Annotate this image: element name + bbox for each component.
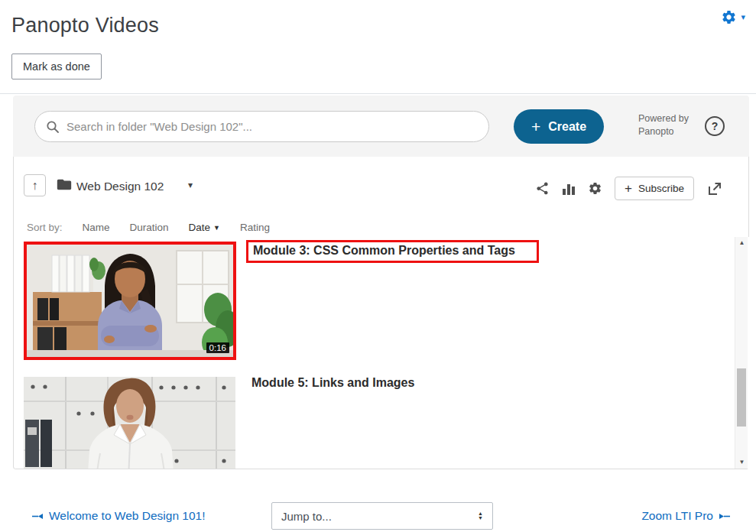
header-divider [0,93,756,94]
jump-to-select[interactable]: Jump to... ▲▼ [271,502,493,530]
video-thumbnail-module3[interactable]: 0:16 [24,242,236,360]
folder-icon [57,178,72,191]
panopto-toolbar: + Create Powered by Panopto ? [13,96,749,157]
sort-option-name[interactable]: Name [83,222,110,233]
next-activity-label: Zoom LTI Pro [641,509,713,523]
create-button-label: Create [548,120,586,134]
list-scrollbar[interactable]: ▲ ▼ [735,237,748,469]
video-list: 0:16 Module 3: CSS Common Properties and… [15,237,749,469]
current-folder-name[interactable]: Web Design 102 [76,180,164,193]
page-title: Panopto Videos [11,14,159,37]
up-arrow-icon: ↑ [32,179,38,192]
search-bar[interactable] [34,111,489,142]
mark-as-done-button[interactable]: Mark as done [11,54,102,79]
video-thumbnail-module5[interactable] [24,377,235,469]
folder-dropdown-caret-icon[interactable]: ▾ [188,180,193,190]
thumbnail-image-woman-white-blouse [24,377,235,469]
panopto-videos-page: Panopto Videos ▾ Mark as done + Create P… [0,0,756,532]
search-icon [46,120,60,134]
sort-option-date[interactable]: Date▼ [189,222,220,233]
video-title-module3[interactable]: Module 3: CSS Common Properties and Tags [246,240,539,263]
sort-option-duration[interactable]: Duration [130,222,169,233]
duration-badge: 0:16 [206,342,229,353]
panopto-embed-block: + Create Powered by Panopto ? ↑ Web Desi… [13,96,749,469]
sort-by-label: Sort by: [27,222,63,233]
subscribe-button[interactable]: + Subscribe [615,177,694,200]
next-activity-link[interactable]: Zoom LTI Pro [641,509,730,523]
scrollbar-thumb[interactable] [737,368,746,427]
gear-icon[interactable] [721,9,737,25]
powered-by-panopto: Powered by Panopto [638,112,689,138]
previous-activity-link[interactable]: Welcome to Web Design 101! [32,509,205,523]
folder-settings-gear-icon[interactable] [588,181,602,196]
create-button[interactable]: + Create [514,109,604,144]
subscribe-label: Subscribe [638,183,684,194]
stats-icon[interactable] [562,182,576,196]
sort-bar: Sort by: Name Duration Date▼ Rating [27,222,270,233]
sort-direction-caret-icon: ▼ [213,224,220,232]
arrow-icon [719,513,730,520]
search-input[interactable] [67,120,478,133]
parent-folder-button[interactable]: ↑ [24,174,46,196]
previous-activity-label: Welcome to Web Design 101! [49,509,205,523]
jump-to-label: Jump to... [281,510,332,523]
folder-actions: + Subscribe [535,177,723,200]
sort-option-rating[interactable]: Rating [240,222,270,233]
scroll-down-arrow-icon[interactable]: ▼ [735,456,748,469]
arrow-icon [32,513,44,520]
folder-bar: ↑ Web Design 102 ▾ [14,157,748,204]
panopto-content: ↑ Web Design 102 ▾ [13,157,749,469]
open-in-new-window-icon[interactable] [706,180,723,197]
chevron-down-icon[interactable]: ▾ [741,12,745,22]
thumbnail-image-woman-blue-shirt [27,245,233,357]
scroll-up-arrow-icon[interactable]: ▲ [735,237,748,249]
video-title-module5[interactable]: Module 5: Links and Images [251,376,414,390]
select-arrows-icon: ▲▼ [478,511,483,521]
share-icon[interactable] [535,181,550,196]
plus-icon: + [625,181,632,196]
help-icon[interactable]: ? [705,116,725,136]
admin-settings-menu[interactable]: ▾ [721,9,745,25]
plus-icon: + [531,118,540,135]
